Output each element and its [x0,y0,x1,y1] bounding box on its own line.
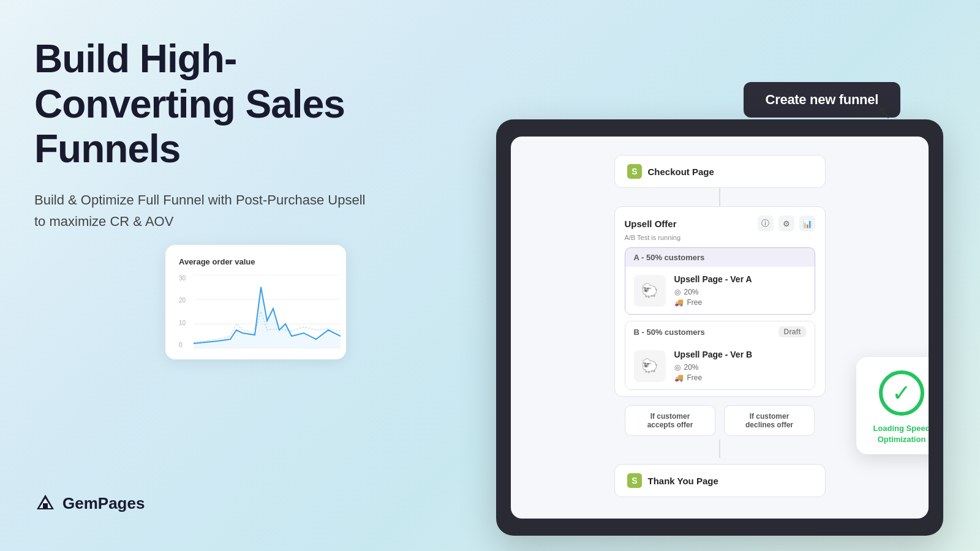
hero-subtitle: Build & Optimize Full Funnel with Post-P… [34,189,377,232]
product-info-b: Upsell Page - Ver B ◎ 20% 🚚 Free [674,350,806,382]
product-meta-a: ◎ 20% 🚚 Free [674,288,806,307]
connector-1 [719,188,720,206]
shopify-icon-2: S [627,473,642,488]
product-thumb-b: 🐑 [634,350,666,382]
upsell-title: Upsell Offer [625,219,677,229]
chart-card: Average order value 30 20 10 0 [165,245,346,359]
hero-section: Build High-Converting Sales Funnels Buil… [34,37,377,232]
product-name-a: Upsell Page - Ver A [674,274,806,284]
chart-label-10: 10 [179,320,186,326]
chart-area: 30 20 10 0 [179,275,333,348]
variant-b-content: 🐑 Upsell Page - Ver B ◎ 20% 🚚 Free [625,342,815,389]
chart-label-30: 30 [179,275,186,282]
variant-a-label: A - 50% customers [634,253,705,262]
variant-b-label: B - 50% customers [634,328,705,337]
logo-text: GemPages [62,494,145,513]
chart-y-labels: 30 20 10 0 [179,275,186,348]
price-value-b: Free [687,373,703,382]
checkout-page-node: S Checkout Page [614,155,826,188]
upsell-offer-card: Upsell Offer ⓘ ⚙ 📊 A/B Test is running A… [614,206,826,397]
chart-svg [194,275,341,348]
product-meta-b: ◎ 20% 🚚 Free [674,363,806,382]
thank-you-page-label: Thank You Page [648,476,718,486]
svg-text:S: S [631,167,637,176]
info-icon-btn[interactable]: ⓘ [758,216,774,231]
checkout-page-label: Checkout Page [648,167,714,177]
product-thumb-a: 🐑 [634,275,666,307]
upsell-header: Upsell Offer ⓘ ⚙ 📊 [625,216,815,231]
chart-label-0: 0 [179,342,186,348]
svg-rect-7 [43,503,48,509]
upsell-action-icons: ⓘ ⚙ 📊 [758,216,815,231]
chart-label-20: 20 [179,297,186,304]
speed-check-circle: ✓ [879,370,924,416]
price-icon-a: 🚚 [674,298,684,307]
conversion-row-b: ◎ 20% [674,363,806,372]
hero-title: Build High-Converting Sales Funnels [34,37,377,172]
conversion-icon-a: ◎ [674,288,680,296]
tablet-frame: S Checkout Page Upsell Offer ⓘ ⚙ 📊 A/B T… [496,119,943,536]
thank-you-page-node: S Thank You Page [614,464,826,497]
speed-badge-label: Loading Speed Optimization [867,423,929,444]
conversion-icon-b: ◎ [674,363,680,372]
variant-a-content: 🐑 Upsell Page - Ver A ◎ 20% 🚚 Free [625,267,815,314]
product-info-a: Upsell Page - Ver A ◎ 20% 🚚 Free [674,274,806,307]
shopify-icon: S [627,164,642,179]
logo-icon [34,492,56,514]
draft-badge: Draft [778,326,805,337]
variant-a-block: A - 50% customers 🐑 Upsell Page - Ver A … [625,247,815,315]
price-icon-b: 🚚 [674,373,684,382]
ab-test-label: A/B Test is running [625,234,815,241]
chart-title: Average order value [179,257,333,266]
conversion-row-a: ◎ 20% [674,288,806,296]
svg-text:S: S [631,476,637,485]
product-name-b: Upsell Page - Ver B [674,350,806,359]
variant-b-block: B - 50% customers Draft 🐑 Upsell Page - … [625,321,815,390]
tablet-inner: S Checkout Page Upsell Offer ⓘ ⚙ 📊 A/B T… [511,137,929,519]
conversion-value-a: 20% [684,288,699,296]
settings-icon-btn[interactable]: ⚙ [778,216,794,231]
price-row-b: 🚚 Free [674,373,806,382]
price-row-a: 🚚 Free [674,298,806,307]
speed-badge: ✓ Loading Speed Optimization [856,357,929,454]
price-value-a: Free [687,298,703,307]
variant-a-header: A - 50% customers [625,248,815,267]
conversion-value-b: 20% [684,363,699,372]
connector-2 [719,440,720,458]
variant-b-header: B - 50% customers Draft [625,321,815,342]
declines-offer-btn[interactable]: If customer declines offer [724,405,815,436]
accepts-offer-btn[interactable]: If customer accepts offer [625,405,715,436]
logo: GemPages [34,492,145,514]
stats-icon-btn[interactable]: 📊 [799,216,815,231]
